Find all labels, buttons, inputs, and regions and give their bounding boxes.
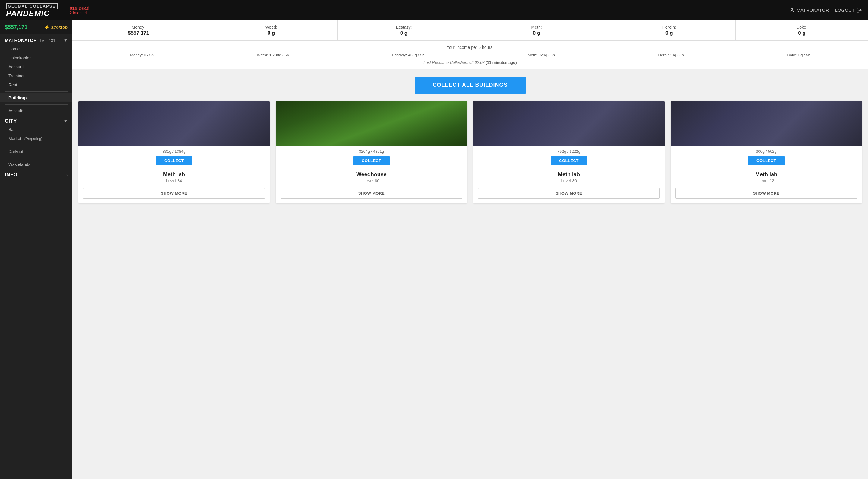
- collect-all-button[interactable]: COLLECT ALL BUILDINGS: [415, 76, 526, 94]
- sidebar-divider-3: [5, 145, 67, 145]
- market-badge: (Preparing): [24, 137, 42, 141]
- building-info-4: Meth lab Level 12: [671, 167, 862, 186]
- resource-heroin-value: 0 g: [608, 30, 731, 36]
- building-level-4: Level 12: [675, 178, 857, 183]
- sidebar-item-darknet[interactable]: Darknet: [0, 147, 72, 156]
- collect-button-3[interactable]: COLLECT: [551, 156, 587, 165]
- building-image-2: [276, 101, 467, 146]
- pandemic-stats: 816 Dead 2 Infected: [70, 5, 90, 15]
- income-weed: Weed: 1,788g / 5h: [257, 53, 289, 57]
- income-meth: Meth: 929g / 5h: [528, 53, 555, 57]
- sidebar-item-unlockables[interactable]: Unlockables: [0, 53, 72, 62]
- logout-label: LOGOUT: [835, 8, 855, 13]
- sidebar-username: MATRONATOR: [5, 38, 37, 43]
- resource-meth-label: Meth:: [475, 25, 598, 30]
- building-collect-info-4: 300g / 502g COLLECT: [671, 146, 862, 167]
- sidebar-item-home[interactable]: Home: [0, 44, 72, 53]
- building-info-2: Weedhouse Level 80: [276, 167, 467, 186]
- building-img-weed-1: [276, 101, 467, 146]
- building-amounts-4: 300g / 502g: [675, 149, 857, 154]
- building-img-meth-1: [79, 101, 270, 146]
- show-more-button-3[interactable]: SHOW MORE: [478, 188, 660, 198]
- logout-button[interactable]: LOGOUT: [835, 7, 862, 13]
- sidebar-nav-assaults: Assaults: [0, 106, 72, 116]
- sidebar-money: $557,171: [5, 24, 27, 30]
- buildings-grid: 831g / 1384g COLLECT Meth lab Level 34 S…: [72, 101, 868, 213]
- resource-coke-label: Coke:: [741, 25, 863, 30]
- last-collection-ago: (11 minutes ago): [486, 60, 517, 65]
- building-name-2: Weedhouse: [281, 171, 462, 178]
- resource-money-value: $557,171: [77, 30, 200, 36]
- sidebar-city-nav: Bar Market (Preparing) Darknet Wasteland…: [0, 125, 72, 169]
- resource-ecstasy-value: 0 g: [342, 30, 465, 36]
- sidebar-item-bar[interactable]: Bar: [0, 125, 72, 134]
- resource-meth-value: 0 g: [475, 30, 598, 36]
- building-amounts-2: 3264g / 4351g: [281, 149, 462, 154]
- collect-button-4[interactable]: COLLECT: [748, 156, 784, 165]
- income-ecstasy: Ecstasy: 438g / 5h: [392, 53, 424, 57]
- nav-username: MATRONATOR: [797, 8, 829, 13]
- show-more-button-4[interactable]: SHOW MORE: [675, 188, 857, 198]
- sidebar-divider-4: [5, 158, 67, 158]
- logo-top: GLOBAL COLLAPSE: [6, 3, 58, 9]
- sidebar-item-rest[interactable]: Rest: [0, 81, 72, 90]
- building-image-1: [79, 101, 270, 146]
- sidebar-item-market[interactable]: Market (Preparing): [0, 134, 72, 143]
- resource-heroin: Heroin: 0 g: [603, 21, 736, 40]
- sidebar-nav: Home Unlockables Account Training Rest: [0, 44, 72, 90]
- sidebar: $557,171 ⚡ 270/300 MATRONATOR LVL. 131 ▼…: [0, 21, 72, 479]
- resource-coke: Coke: 0 g: [736, 21, 868, 40]
- building-collect-info-2: 3264g / 4351g COLLECT: [276, 146, 467, 167]
- building-image-4: [671, 101, 862, 146]
- show-more-button-1[interactable]: SHOW MORE: [83, 188, 265, 198]
- sidebar-level: LVL. 131: [40, 38, 55, 43]
- building-name-3: Meth lab: [478, 171, 660, 178]
- lightning-icon: ⚡: [44, 24, 50, 30]
- nav-right: MATRONATOR LOGOUT: [789, 7, 862, 13]
- building-card-1: 831g / 1384g COLLECT Meth lab Level 34 S…: [79, 101, 270, 203]
- collect-all-section: COLLECT ALL BUILDINGS: [72, 69, 868, 101]
- building-card-2: 3264g / 4351g COLLECT Weedhouse Level 80…: [276, 101, 467, 203]
- building-image-3: [473, 101, 664, 146]
- sidebar-item-buildings[interactable]: Buildings: [0, 93, 72, 102]
- resources-bar: Money: $557,171 Weed: 0 g Ecstasy: 0 g M…: [72, 21, 868, 41]
- chevron-down-icon: ▼: [64, 38, 67, 42]
- building-collect-info-1: 831g / 1384g COLLECT: [79, 146, 270, 167]
- building-card-4: 300g / 502g COLLECT Meth lab Level 12 SH…: [671, 101, 862, 203]
- collect-button-1[interactable]: COLLECT: [156, 156, 192, 165]
- resource-ecstasy: Ecstasy: 0 g: [338, 21, 470, 40]
- show-more-button-2[interactable]: SHOW MORE: [281, 188, 462, 198]
- logo-bottom: PANDEMIC: [6, 9, 58, 17]
- building-info-1: Meth lab Level 34: [79, 167, 270, 186]
- building-info-3: Meth lab Level 30: [473, 167, 664, 186]
- resource-weed-label: Weed:: [210, 25, 333, 30]
- city-chevron-icon: ▼: [64, 119, 67, 123]
- sidebar-item-training[interactable]: Training: [0, 71, 72, 81]
- sidebar-item-wastelands[interactable]: Wastelands: [0, 160, 72, 169]
- building-collect-info-3: 792g / 1222g COLLECT: [473, 146, 664, 167]
- user-icon: [789, 7, 795, 13]
- sidebar-user-row[interactable]: MATRONATOR LVL. 131 ▼: [0, 34, 72, 44]
- sidebar-energy: ⚡ 270/300: [44, 24, 67, 30]
- info-section-header[interactable]: INFO ‹: [0, 169, 72, 179]
- sidebar-item-assaults[interactable]: Assaults: [0, 106, 72, 116]
- resource-coke-value: 0 g: [741, 30, 863, 36]
- collect-button-2[interactable]: COLLECT: [353, 156, 390, 165]
- building-img-meth-2: [473, 101, 664, 146]
- building-level-2: Level 80: [281, 178, 462, 183]
- city-section-header[interactable]: CITY ▼: [0, 116, 72, 125]
- dead-count: 816 Dead: [70, 5, 90, 10]
- resource-meth: Meth: 0 g: [470, 21, 603, 40]
- income-row: Money: 0 / 5h Weed: 1,788g / 5h Ecstasy:…: [79, 53, 862, 57]
- top-navigation: GLOBAL COLLAPSE PANDEMIC 816 Dead 2 Infe…: [0, 0, 868, 21]
- info-chevron-icon: ‹: [66, 172, 67, 177]
- logo: GLOBAL COLLAPSE PANDEMIC: [6, 3, 58, 17]
- resource-ecstasy-label: Ecstasy:: [342, 25, 465, 30]
- city-section-title: CITY: [5, 118, 17, 124]
- building-name-4: Meth lab: [675, 171, 857, 178]
- income-money: Money: 0 / 5h: [130, 53, 154, 57]
- nav-user[interactable]: MATRONATOR: [789, 7, 829, 13]
- building-img-meth-3: [671, 101, 862, 146]
- resource-heroin-label: Heroin:: [608, 25, 731, 30]
- sidebar-item-account[interactable]: Account: [0, 62, 72, 71]
